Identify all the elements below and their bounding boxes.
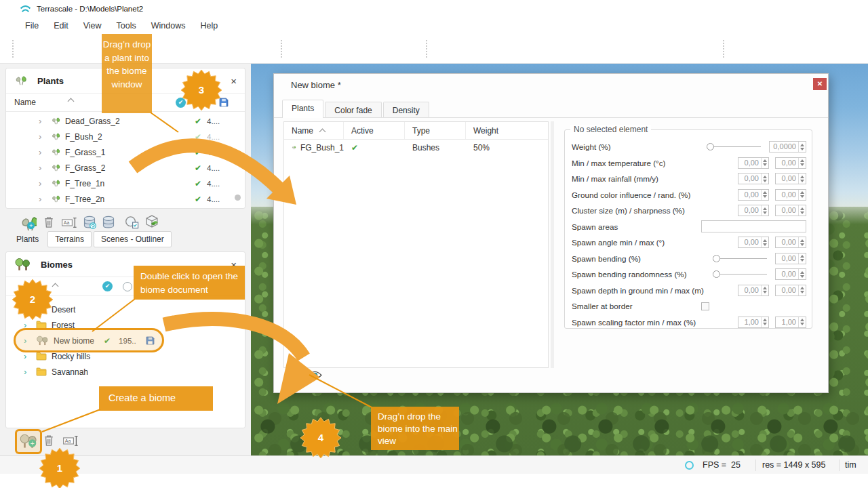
column-weight[interactable]: Weight [466,122,548,139]
biome-table-header[interactable]: Name Active Type Weight [284,122,548,140]
delete-biome-button[interactable] [43,434,54,447]
menu-windows[interactable]: Windows [144,19,193,33]
spinner-buttons[interactable] [761,190,768,200]
spinner-buttons[interactable] [761,237,768,247]
menu-help[interactable]: Help [193,19,225,33]
dock-tab-terrains[interactable]: Terrains [47,231,92,247]
spinner-buttons[interactable] [761,317,768,327]
column-active[interactable]: Active [344,122,405,139]
add-plant-button[interactable]: + [19,214,37,230]
spinner-buttons[interactable] [761,174,768,184]
spinner-buttons[interactable] [798,317,806,327]
biome-tree-item[interactable]: › Savannah [6,364,245,380]
spinner-field-max[interactable]: 0,00 [775,205,806,216]
slider-knob[interactable] [713,255,720,262]
spinner-buttons[interactable] [798,253,806,264]
spinner-field-max[interactable]: 0,00 [775,285,806,296]
expander-icon[interactable]: › [39,147,51,157]
plant-tree-item[interactable]: › Dead_Grass_2 ✔ 4.... [6,113,245,129]
spinner-buttons[interactable] [798,190,806,200]
biome-plant-row[interactable]: FG_Bush_1 ✔ Bushes 50% [284,140,548,156]
spinner-field-min[interactable]: 0,00 [738,173,769,184]
slider-knob[interactable] [713,270,720,278]
dialog-tab-density[interactable]: Density [383,102,429,118]
slider-track[interactable] [713,255,767,262]
expander-icon[interactable]: › [24,351,36,361]
dock-tab-plants[interactable]: Plants [9,232,45,247]
property-min-max[interactable]: 0,00 0,00 [738,189,806,201]
property-min-max[interactable]: 0,00 0,00 [738,205,806,216]
delete-plant-button[interactable] [43,216,54,228]
expander-icon[interactable]: › [24,367,36,377]
dialog-close-button[interactable]: ✕ [813,78,827,90]
plant-tree-item[interactable]: › F_Tree_1n ✔ 4.... [6,176,245,191]
expander-icon[interactable]: › [39,178,51,188]
column-type[interactable]: Type [405,122,466,139]
dock-tab-scenes-outliner[interactable]: Scenes - Outliner [94,231,172,247]
expander-icon[interactable]: › [39,131,51,142]
spinner-buttons[interactable] [798,205,806,216]
spinner-field[interactable]: 0,00 [775,268,806,280]
toolbar-grip[interactable] [426,40,428,58]
expander-icon[interactable]: › [39,194,51,204]
export-planet-button[interactable] [125,216,140,229]
property-slider[interactable]: 0,00 [713,253,806,264]
spinner-field-min[interactable]: 1,00 [738,317,769,328]
slider-knob[interactable] [707,143,714,150]
spinner-buttons[interactable] [761,158,768,168]
spinner-buttons[interactable] [798,285,806,296]
expander-icon[interactable]: › [39,163,51,173]
toolbar-grip[interactable] [281,40,283,58]
spinner-field-min[interactable]: 0,00 [738,157,769,169]
plant-tree-item[interactable]: › F_Tree_2n ✔ 4.... [6,191,245,207]
database-button[interactable] [102,216,115,229]
spinner-field-min[interactable]: 0,00 [738,237,769,248]
property-min-max[interactable]: 0,00 0,00 [738,157,806,169]
menu-file[interactable]: File [18,19,46,33]
column-name[interactable]: Name [284,122,344,139]
remove-plant-from-biome-button[interactable] [289,368,299,380]
spinner-buttons[interactable] [798,158,806,168]
spinner-field-max[interactable]: 0,00 [775,157,806,169]
visibility-eye-button[interactable] [308,371,322,380]
property-min-max[interactable]: 1,00 1,00 [738,317,806,328]
spinner-buttons[interactable] [798,142,806,152]
menu-edit[interactable]: Edit [46,19,76,33]
plant-tree-item[interactable]: › F_Grass_1 ✔ 4.... [6,144,245,160]
plant-tree-item[interactable]: › F_Grass_2 ✔ 4.... [6,160,245,176]
expander-icon[interactable]: › [39,116,51,126]
spinner-buttons[interactable] [761,205,768,216]
property-min-max[interactable]: 0,00 0,00 [738,285,806,296]
spinner-buttons[interactable] [798,269,806,279]
reload-database-button[interactable] [83,216,96,229]
rename-biome-button[interactable] [62,435,80,447]
dialog-tab-color-fade[interactable]: Color fade [325,102,381,118]
spinner-field-max[interactable]: 0,00 [775,173,806,184]
rename-plant-button[interactable] [61,217,79,228]
close-icon[interactable]: × [231,76,237,86]
plants-name-column[interactable]: Name [14,98,36,107]
status-column-icon[interactable] [123,282,132,291]
spinner-field[interactable]: 0,0000 [769,141,806,152]
toolbar-grip[interactable] [723,40,725,58]
text-input[interactable] [701,220,806,232]
spinner-field-max[interactable]: 0,00 [775,189,806,201]
menu-view[interactable]: View [76,19,109,33]
spinner-field-min[interactable]: 0,00 [738,189,769,201]
spinner-buttons[interactable] [798,174,806,184]
checkbox[interactable] [701,302,709,310]
property-slider[interactable]: 0,00 [713,268,806,280]
spinner-field[interactable]: 0,00 [775,253,806,264]
toolbar-grip[interactable] [12,40,14,58]
spinner-buttons[interactable] [798,237,806,247]
property-slider[interactable]: 0,0000 [707,141,806,152]
dialog-tab-plants[interactable]: Plants [282,100,323,118]
plants-scrollbar-thumb[interactable] [235,195,241,201]
spinner-field-min[interactable]: 0,00 [738,285,769,296]
spinner-field-min[interactable]: 0,00 [738,205,769,216]
spinner-buttons[interactable] [761,285,768,296]
spinner-field-max[interactable]: 0,00 [775,237,806,248]
property-checkbox[interactable] [701,302,806,310]
asset-box-button[interactable] [144,214,160,228]
property-min-max[interactable]: 0,00 0,00 [738,173,806,184]
